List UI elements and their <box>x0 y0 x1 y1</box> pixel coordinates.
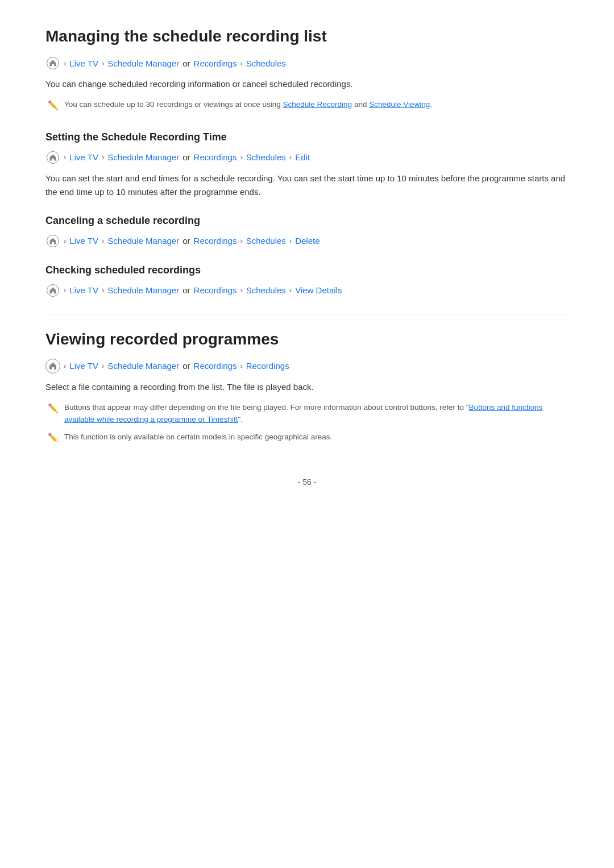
page-footer: - 56 - <box>45 477 569 487</box>
pencil-icon-3: ✏️ <box>48 433 59 443</box>
nav-path-1: › Live TV › Schedule Manager or Recordin… <box>45 56 569 70</box>
subsection3-title: Checking scheduled recordings <box>45 264 569 276</box>
nav-or-1: or <box>182 59 190 68</box>
nav-recordings-6[interactable]: Recordings <box>246 361 289 371</box>
nav-or-2: or <box>182 152 190 162</box>
chevron-s1-4: › <box>289 153 292 161</box>
chevron-s4-1: › <box>64 362 66 370</box>
nav-recordings-3[interactable]: Recordings <box>194 236 237 246</box>
chevron-s1-2: › <box>102 153 104 161</box>
chevron-s3-4: › <box>289 286 292 294</box>
nav-schedules-2[interactable]: Schedules <box>246 152 286 162</box>
chevron-s2-2: › <box>102 236 104 245</box>
home-icon-2 <box>45 150 60 165</box>
subsection2-title: Canceling a schedule recording <box>45 215 569 227</box>
page-title: Managing the schedule recording list <box>45 27 569 45</box>
chevron-s3-2: › <box>102 286 104 294</box>
section-divider <box>45 314 569 314</box>
nav-recordings-1[interactable]: Recordings <box>194 59 237 68</box>
nav-livetv-5[interactable]: Live TV <box>69 361 98 371</box>
home-icon-5 <box>45 359 60 373</box>
section1-note: ✏️ You can schedule up to 30 recordings … <box>48 99 569 111</box>
nav-livetv-3[interactable]: Live TV <box>69 236 98 246</box>
chevron-s1-1: › <box>64 153 66 161</box>
home-icon <box>45 56 60 70</box>
home-icon-3 <box>45 234 60 248</box>
nav-path-3: › Live TV › Schedule Manager or Recordin… <box>45 234 569 248</box>
nav-or-3: or <box>182 236 190 246</box>
section1-body: You can change scheduled recording infor… <box>45 77 569 91</box>
pencil-icon-2: ✏️ <box>48 403 59 413</box>
chevron-s3-1: › <box>64 286 66 294</box>
nav-path-2: › Live TV › Schedule Manager or Recordin… <box>45 150 569 165</box>
nav-livetv-2[interactable]: Live TV <box>69 152 98 162</box>
chevron-s2-3: › <box>240 236 242 245</box>
schedule-viewing-link[interactable]: Schedule Viewing <box>369 100 430 109</box>
section-viewing: Viewing recorded programmes › Live TV › … <box>45 330 569 443</box>
section2-note1: ✏️ Buttons that appear may differ depend… <box>48 402 569 426</box>
chevron-2: › <box>102 59 104 68</box>
nav-schedulemanager-2[interactable]: Schedule Manager <box>107 152 179 162</box>
nav-viewdetails[interactable]: View Details <box>295 285 342 295</box>
nav-schedulemanager-3[interactable]: Schedule Manager <box>107 236 179 246</box>
nav-recordings-5[interactable]: Recordings <box>194 361 237 371</box>
nav-schedules-3[interactable]: Schedules <box>246 236 286 246</box>
nav-livetv-1[interactable]: Live TV <box>69 59 98 68</box>
subsection-setting-time: Setting the Schedule Recording Time › Li… <box>45 131 569 199</box>
home-icon-4 <box>45 283 60 298</box>
chevron-3: › <box>240 59 242 68</box>
pencil-icon-1: ✏️ <box>48 100 59 110</box>
chevron-s4-2: › <box>102 362 104 370</box>
nav-recordings-4[interactable]: Recordings <box>194 285 237 295</box>
chevron-s2-4: › <box>289 236 292 245</box>
nav-or-5: or <box>182 361 190 371</box>
nav-schedulemanager-4[interactable]: Schedule Manager <box>107 285 179 295</box>
nav-schedules-1[interactable]: Schedules <box>246 59 286 68</box>
subsection-check: Checking scheduled recordings › Live TV … <box>45 264 569 298</box>
section2-note1-text: Buttons that appear may differ depending… <box>64 402 569 426</box>
chevron-1: › <box>64 59 66 68</box>
schedule-recording-link[interactable]: Schedule Recording <box>283 100 352 109</box>
chevron-s4-3: › <box>240 362 242 370</box>
nav-path-5: › Live TV › Schedule Manager or Recordin… <box>45 359 569 373</box>
nav-path-4: › Live TV › Schedule Manager or Recordin… <box>45 283 569 298</box>
chevron-s3-3: › <box>240 286 242 294</box>
nav-or-4: or <box>182 285 190 295</box>
section2-body: Select a file containing a recording fro… <box>45 380 569 394</box>
section2-note2: ✏️ This function is only available on ce… <box>48 431 569 443</box>
section2-title: Viewing recorded programmes <box>45 330 569 348</box>
section2-note2-text: This function is only available on certa… <box>64 431 332 443</box>
subsection1-body: You can set the start and end times for … <box>45 172 569 199</box>
chevron-s2-1: › <box>64 236 66 245</box>
nav-delete[interactable]: Delete <box>295 236 320 246</box>
subsection-cancel: Canceling a schedule recording › Live TV… <box>45 215 569 248</box>
nav-recordings-2[interactable]: Recordings <box>194 152 237 162</box>
nav-livetv-4[interactable]: Live TV <box>69 285 98 295</box>
section1-note-text: You can schedule up to 30 recordings or … <box>64 99 432 111</box>
nav-schedulemanager-1[interactable]: Schedule Manager <box>107 59 179 68</box>
nav-schedulemanager-5[interactable]: Schedule Manager <box>107 361 179 371</box>
nav-schedules-4[interactable]: Schedules <box>246 285 286 295</box>
subsection1-title: Setting the Schedule Recording Time <box>45 131 569 143</box>
nav-edit[interactable]: Edit <box>295 152 310 162</box>
chevron-s1-3: › <box>240 153 242 161</box>
